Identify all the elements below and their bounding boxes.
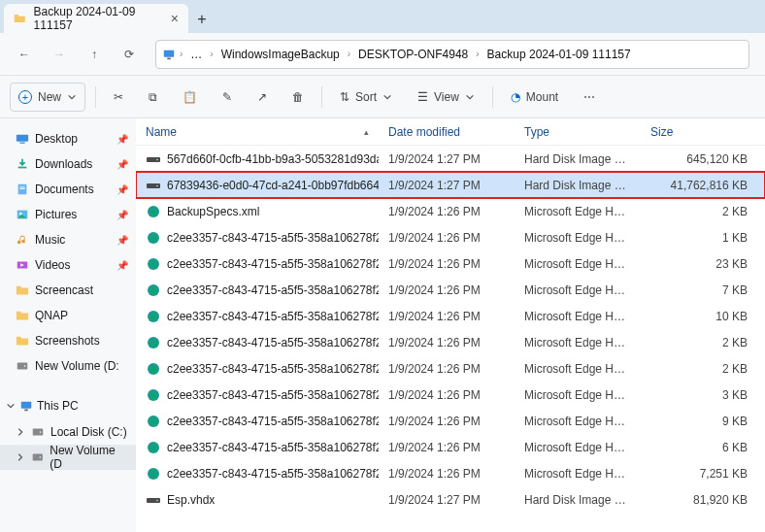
- sidebar-item-label: QNAP: [35, 309, 68, 322]
- copy-button[interactable]: ⧉: [141, 83, 165, 112]
- file-size: 2 KB: [641, 205, 765, 218]
- back-button[interactable]: ←: [8, 38, 41, 71]
- drive-icon: [146, 178, 161, 193]
- sidebar-drive-item[interactable]: Local Disk (C:): [0, 419, 136, 445]
- file-date: 1/9/2024 1:26 PM: [379, 205, 515, 218]
- folder-icon: [16, 309, 29, 322]
- edge-icon: [146, 204, 161, 219]
- file-name: Esp.vhdx: [167, 493, 215, 507]
- column-name[interactable]: Name ▴: [136, 118, 379, 145]
- edge-icon: [146, 387, 161, 403]
- edge-icon: [146, 414, 161, 429]
- sidebar: Desktop📌Downloads📌Documents📌Pictures📌Mus…: [0, 118, 136, 532]
- file-name: c2ee3357-c843-4715-a5f5-358a106278f2_Wri…: [167, 415, 379, 428]
- file-date: 1/9/2024 1:26 PM: [379, 388, 515, 402]
- column-type[interactable]: Type: [515, 118, 641, 145]
- file-row[interactable]: c2ee3357-c843-4715-a5f5-358a106278f2_Com…: [136, 250, 765, 277]
- crumb-item[interactable]: WindowsImageBackup: [217, 48, 344, 61]
- file-date: 1/9/2024 1:26 PM: [379, 310, 515, 323]
- edge-icon: [146, 230, 161, 246]
- folder-icon: [16, 334, 29, 348]
- sidebar-item[interactable]: Screenshots: [0, 328, 136, 353]
- sidebar-item-label: Downloads: [35, 157, 92, 171]
- column-size[interactable]: Size: [641, 118, 765, 145]
- file-row[interactable]: c2ee3357-c843-4715-a5f5-358a106278f2_Wri…: [136, 355, 765, 382]
- rename-button[interactable]: ✎: [215, 83, 240, 112]
- crumb-item[interactable]: DESKTOP-ONF4948: [354, 48, 472, 61]
- sidebar-item[interactable]: Downloads📌: [0, 151, 136, 177]
- file-type: Hard Disk Image File: [515, 152, 641, 166]
- sort-button[interactable]: ⇅Sort: [332, 83, 400, 112]
- new-button[interactable]: + New: [10, 83, 85, 112]
- sidebar-item[interactable]: Screencast: [0, 278, 136, 303]
- file-size: 41,762,816 KB: [641, 179, 765, 192]
- sidebar-item[interactable]: Desktop📌: [0, 126, 136, 151]
- file-type: Microsoft Edge HTM…: [515, 388, 641, 402]
- share-button[interactable]: ↗: [249, 83, 275, 112]
- file-date: 1/9/2024 1:26 PM: [379, 257, 515, 271]
- pc-icon: [162, 48, 176, 61]
- file-row[interactable]: 567d660f-0cfb-41bb-b9a3-5053281d93da.vhd…: [136, 146, 765, 172]
- forward-button[interactable]: →: [43, 38, 76, 71]
- column-date[interactable]: Date modified: [379, 118, 515, 145]
- file-row[interactable]: BackupSpecs.xml1/9/2024 1:26 PMMicrosoft…: [136, 198, 765, 224]
- file-row[interactable]: c2ee3357-c843-4715-a5f5-358a106278f2_Wri…: [136, 434, 765, 460]
- file-row[interactable]: 67839436-e0d0-47cd-a241-0bb97fdb6647.vhd…: [136, 172, 765, 198]
- music-icon: [16, 233, 29, 247]
- this-pc-section[interactable]: This PC: [0, 392, 136, 419]
- close-tab-icon[interactable]: ×: [171, 11, 179, 26]
- file-date: 1/9/2024 1:26 PM: [379, 362, 515, 376]
- edge-icon: [146, 440, 161, 455]
- file-row[interactable]: c2ee3357-c843-4715-a5f5-358a106278f2_Wri…: [136, 329, 765, 355]
- file-type: Microsoft Edge HTM…: [515, 441, 641, 454]
- file-size: 3 KB: [641, 388, 765, 402]
- sidebar-item[interactable]: Videos📌: [0, 252, 136, 278]
- chevron-down-icon: [465, 92, 475, 102]
- file-size: 10 KB: [641, 310, 765, 323]
- sidebar-item-label: Pictures: [35, 208, 77, 221]
- paste-button[interactable]: 📋: [175, 83, 205, 112]
- file-date: 1/9/2024 1:26 PM: [379, 441, 515, 454]
- crumb-item[interactable]: Backup 2024-01-09 111157: [483, 48, 635, 61]
- new-tab-button[interactable]: +: [188, 6, 216, 33]
- file-type: Microsoft Edge HTM…: [515, 415, 641, 428]
- window-tab[interactable]: Backup 2024-01-09 111157 ×: [4, 4, 188, 33]
- file-row[interactable]: c2ee3357-c843-4715-a5f5-358a106278f2_Wri…: [136, 303, 765, 329]
- folder-icon: [16, 283, 29, 297]
- sidebar-item[interactable]: New Volume (D:: [0, 353, 136, 379]
- file-row[interactable]: c2ee3357-c843-4715-a5f5-358a106278f2_Wri…: [136, 460, 765, 486]
- edge-icon: [146, 466, 161, 482]
- sidebar-item[interactable]: Music📌: [0, 227, 136, 252]
- sidebar-item-label: Videos: [35, 258, 70, 272]
- more-button[interactable]: ⋯: [576, 83, 603, 112]
- file-row[interactable]: c2ee3357-c843-4715-a5f5-358a106278f2_Wri…: [136, 382, 765, 408]
- sidebar-item[interactable]: Documents📌: [0, 177, 136, 202]
- up-button[interactable]: ↑: [78, 38, 111, 71]
- nav-row: ← → ↑ ⟳ › … › WindowsImageBackup › DESKT…: [0, 33, 765, 76]
- file-name: 67839436-e0d0-47cd-a241-0bb97fdb6647.vhd…: [167, 179, 379, 192]
- drive-icon: [146, 492, 161, 508]
- file-row[interactable]: c2ee3357-c843-4715-a5f5-358a106278f2_Reg…: [136, 277, 765, 303]
- sidebar-item[interactable]: Pictures📌: [0, 202, 136, 227]
- refresh-button[interactable]: ⟳: [113, 38, 146, 71]
- crumb-overflow[interactable]: …: [186, 48, 206, 61]
- cut-button[interactable]: ✂: [106, 83, 131, 112]
- pin-icon: 📌: [116, 235, 128, 246]
- file-type: Microsoft Edge HTM…: [515, 467, 641, 481]
- file-size: 1 KB: [641, 231, 765, 245]
- delete-button[interactable]: 🗑: [284, 83, 312, 112]
- file-row[interactable]: Esp.vhdx1/9/2024 1:27 PMHard Disk Image …: [136, 486, 765, 513]
- view-button[interactable]: ☰View: [410, 83, 482, 112]
- sidebar-drive-item[interactable]: New Volume (D: [0, 445, 136, 470]
- file-row[interactable]: c2ee3357-c843-4715-a5f5-358a106278f2_Add…: [136, 224, 765, 250]
- file-pane: Name ▴ Date modified Type Size 567d660f-…: [136, 118, 765, 532]
- file-type: Microsoft Edge HTM…: [515, 257, 641, 271]
- sidebar-item[interactable]: QNAP: [0, 303, 136, 328]
- mount-button[interactable]: ◔Mount: [503, 83, 566, 112]
- sidebar-item-label: Screenshots: [35, 334, 100, 348]
- file-row[interactable]: c2ee3357-c843-4715-a5f5-358a106278f2_Wri…: [136, 408, 765, 434]
- sidebar-item-label: Documents: [35, 183, 94, 196]
- breadcrumb[interactable]: › … › WindowsImageBackup › DESKTOP-ONF49…: [155, 40, 749, 69]
- file-size: 23 KB: [641, 257, 765, 271]
- file-name: c2ee3357-c843-4715-a5f5-358a106278f2_Wri…: [167, 388, 379, 402]
